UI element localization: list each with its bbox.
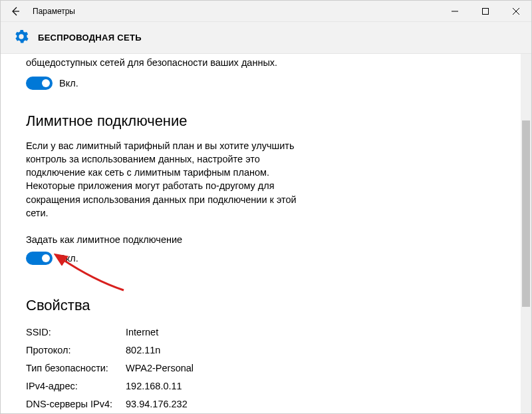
titlebar: Параметры — [1, 1, 531, 22]
metered-toggle[interactable] — [26, 252, 53, 265]
metered-heading: Лимитное подключение — [26, 112, 506, 130]
property-key: Протокол: — [26, 341, 126, 359]
metered-toggle-row: Вкл. — [26, 252, 506, 265]
property-row: Протокол: 802.11n — [26, 341, 506, 359]
scrollbar-track[interactable] — [521, 54, 531, 413]
page-title: БЕСПРОВОДНАЯ СЕТЬ — [38, 33, 142, 43]
gear-icon — [14, 29, 29, 47]
toggle-knob — [42, 254, 50, 262]
property-row: Тип безопасности: WPA2-Personal — [26, 359, 506, 377]
public-networks-toggle-row: Вкл. — [26, 77, 506, 90]
metered-setting-label: Задать как лимитное подключение — [26, 234, 506, 245]
toggle-knob — [42, 79, 50, 87]
minimize-button[interactable] — [440, 1, 470, 22]
property-value: 802.11n — [126, 341, 506, 359]
content-area: общедоступных сетей для безопасности ваш… — [1, 54, 531, 413]
back-button[interactable] — [6, 2, 25, 21]
public-networks-partial-text: общедоступных сетей для безопасности ваш… — [26, 57, 506, 70]
window-title: Параметры — [33, 7, 75, 16]
property-value: 93.94.176.232 — [126, 395, 506, 413]
close-button[interactable] — [501, 1, 531, 22]
properties-table: SSID: Internet Протокол: 802.11n Тип без… — [26, 323, 506, 413]
property-value: Internet — [126, 323, 506, 341]
property-row: SSID: Internet — [26, 323, 506, 341]
scrollbar-thumb[interactable] — [522, 120, 530, 307]
metered-description: Если у вас лимитный тарифный план и вы х… — [26, 139, 312, 220]
property-value: WPA2-Personal — [126, 359, 506, 377]
property-key: SSID: — [26, 323, 126, 341]
maximize-button[interactable] — [470, 1, 501, 22]
metered-toggle-label: Вкл. — [59, 253, 78, 264]
property-key: Тип безопасности: — [26, 359, 126, 377]
svg-rect-0 — [483, 9, 489, 15]
property-row: DNS-серверы IPv4: 93.94.176.232 — [26, 395, 506, 413]
properties-heading: Свойства — [26, 297, 506, 314]
property-key: DNS-серверы IPv4: — [26, 395, 126, 413]
window-controls — [440, 1, 531, 22]
header-bar: БЕСПРОВОДНАЯ СЕТЬ — [1, 22, 531, 54]
public-networks-toggle[interactable] — [26, 77, 53, 90]
property-row: IPv4-адрес: 192.168.0.11 — [26, 377, 506, 395]
arrow-left-icon — [10, 6, 21, 17]
minimize-icon — [452, 8, 458, 15]
maximize-icon — [482, 8, 489, 15]
public-networks-toggle-label: Вкл. — [59, 78, 78, 89]
close-icon — [513, 8, 519, 15]
property-value: 192.168.0.11 — [126, 377, 506, 395]
property-key: IPv4-адрес: — [26, 377, 126, 395]
